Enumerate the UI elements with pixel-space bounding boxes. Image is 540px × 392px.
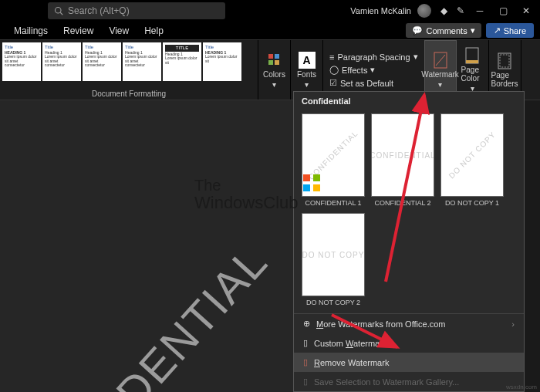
- save-selection-item: ▯Save Selection to Watermark Gallery...: [294, 372, 524, 391]
- user-area[interactable]: Vamien McKalin: [350, 4, 431, 18]
- document-canvas[interactable]: CONFIDENTIAL: [0, 100, 293, 392]
- chevron-down-icon: ▾: [471, 25, 475, 35]
- svg-rect-5: [275, 60, 279, 65]
- style-thumb[interactable]: TitleHeading 1Lorem ipsum dolor sit amet…: [83, 42, 121, 81]
- credit-text: wsxdn.com: [506, 384, 537, 390]
- remove-watermark-item[interactable]: ▯Remove Watermark: [294, 353, 524, 372]
- tab-help[interactable]: Help: [137, 23, 171, 39]
- comments-button[interactable]: 💬 Comments ▾: [406, 23, 481, 38]
- document-watermark-text: CONFIDENTIAL: [7, 235, 277, 392]
- custom-watermark-item[interactable]: ▯Custom Watermark...: [294, 333, 524, 353]
- page-icon: ▯: [303, 338, 308, 348]
- chevron-down-icon: ▾: [272, 80, 276, 89]
- save-icon: ▯: [303, 377, 308, 387]
- username: Vamien McKalin: [350, 6, 411, 15]
- tab-mailings[interactable]: Mailings: [6, 23, 56, 39]
- chevron-down-icon: ▾: [438, 80, 442, 89]
- style-thumb[interactable]: TITLEHeading 1Lorem ipsum dolor sit: [163, 42, 201, 81]
- document-formatting-group: TitleHEADING 1Lorem ipsum dolor sit amet…: [0, 40, 258, 100]
- dropdown-section-header: Confidential: [294, 92, 524, 110]
- remove-icon: ▯: [303, 357, 308, 367]
- style-thumb[interactable]: TitleHEADING 1Lorem ipsum dolor sit: [203, 42, 241, 81]
- watermark-item-donotcopy-2[interactable]: DO NOT COPYDO NOT COPY 2: [302, 213, 365, 306]
- svg-rect-9: [466, 60, 478, 63]
- diamond-icon[interactable]: ◆: [440, 5, 447, 16]
- svg-rect-4: [268, 60, 273, 65]
- style-thumb[interactable]: TitleHEADING 1Lorem ipsum dolor sit amet…: [2, 42, 41, 81]
- dropdown-footer: ⊕More Watermarks from Office.com› ▯Custo…: [294, 313, 524, 391]
- page-borders-icon: [496, 52, 513, 69]
- style-gallery[interactable]: TitleHEADING 1Lorem ipsum dolor sit amet…: [0, 40, 258, 88]
- share-button[interactable]: ↗ Share: [486, 23, 534, 38]
- avatar: [417, 4, 431, 18]
- paint-icon[interactable]: ✎: [457, 5, 464, 16]
- group-label: Document Formatting: [0, 88, 258, 100]
- paragraph-spacing-button[interactable]: ≡ Paragraph Spacing ▾: [329, 52, 418, 62]
- watermark-icon: [432, 52, 449, 69]
- maximize-button[interactable]: ▢: [492, 2, 514, 20]
- svg-rect-3: [275, 54, 279, 59]
- effects-button[interactable]: ◯ Effects ▾: [329, 65, 418, 75]
- watermark-gallery: CONFIDENTIALCONFIDENTIAL 1 CONFIDENTIALC…: [294, 110, 524, 309]
- svg-rect-2: [268, 54, 273, 59]
- globe-icon: ⊕: [303, 319, 310, 329]
- search-input[interactable]: Search (Alt+Q): [48, 2, 225, 19]
- page-color-icon: [464, 47, 481, 64]
- close-button[interactable]: ✕: [515, 2, 537, 20]
- svg-line-7: [436, 55, 445, 66]
- watermark-item-confidential-2[interactable]: CONFIDENTIALCONFIDENTIAL 2: [371, 113, 434, 207]
- svg-line-1: [60, 12, 62, 15]
- fonts-icon: A: [299, 52, 316, 69]
- ribbon-tabs: Mailings Review View Help 💬 Comments ▾ ↗…: [0, 22, 540, 40]
- svg-rect-11: [500, 55, 509, 67]
- search-placeholder: Search (Alt+Q): [68, 5, 130, 16]
- colors-button[interactable]: Colors▾: [258, 40, 291, 100]
- chevron-down-icon: ▾: [305, 80, 309, 89]
- watermark-item-confidential-1[interactable]: CONFIDENTIALCONFIDENTIAL 1: [302, 113, 365, 207]
- style-thumb[interactable]: TitleHeading 1Lorem ipsum dolor sit amet…: [123, 42, 161, 81]
- svg-point-0: [56, 8, 62, 14]
- watermark-dropdown: Confidential CONFIDENTIALCONFIDENTIAL 1 …: [293, 91, 525, 392]
- title-bar: Search (Alt+Q) Vamien McKalin ◆ ✎ ─ ▢ ✕: [0, 0, 540, 22]
- colors-icon: [266, 52, 283, 69]
- chevron-right-icon: ›: [511, 319, 515, 329]
- search-icon: [54, 6, 63, 15]
- tab-view[interactable]: View: [101, 23, 137, 39]
- watermark-item-donotcopy-1[interactable]: DO NOT COPYDO NOT COPY 1: [440, 113, 504, 207]
- tab-review[interactable]: Review: [56, 23, 101, 39]
- minimize-button[interactable]: ─: [469, 2, 491, 20]
- more-watermarks-item[interactable]: ⊕More Watermarks from Office.com›: [294, 314, 524, 333]
- style-thumb[interactable]: TitleHeading 1Lorem ipsum dolor sit amet…: [42, 42, 81, 81]
- set-default-button[interactable]: ☑ Set as Default: [329, 78, 418, 88]
